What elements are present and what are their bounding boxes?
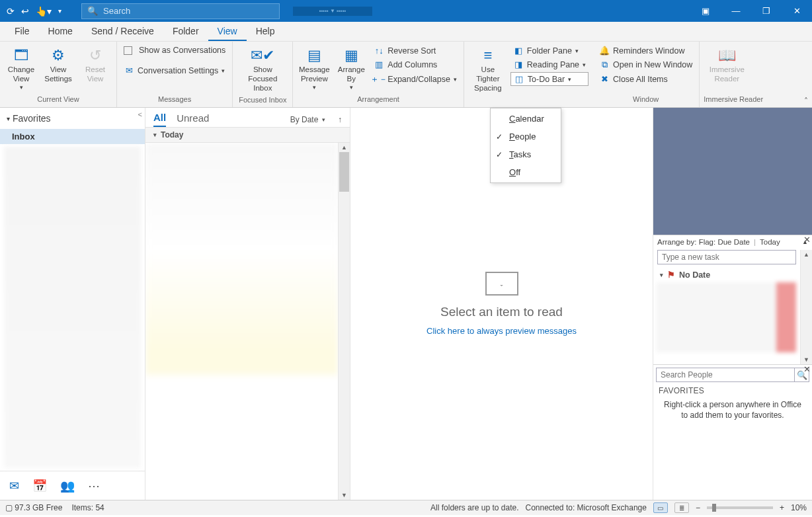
change-view-button[interactable]: 🗔Change View▾ bbox=[4, 44, 38, 94]
scroll-thumb[interactable] bbox=[339, 152, 349, 192]
reset-view-button[interactable]: ↺Reset View bbox=[78, 44, 112, 87]
show-as-conversations-checkbox[interactable]: Show as Conversations bbox=[121, 44, 228, 56]
people-search-input[interactable] bbox=[656, 368, 795, 382]
view-settings-button[interactable]: ⚙View Settings bbox=[41, 44, 75, 87]
more-nav-icon[interactable]: ⋯ bbox=[88, 479, 100, 493]
spacing-icon: ≡ bbox=[483, 47, 492, 64]
close-tasks-icon[interactable]: ✕ bbox=[803, 235, 811, 245]
expand-collapse-button[interactable]: ＋－Expand/Collapse ▾ bbox=[371, 72, 460, 87]
close-people-icon[interactable]: ✕ bbox=[803, 364, 811, 374]
tasks-scrollbar[interactable]: ▲ ▼ bbox=[800, 250, 812, 364]
open-new-window-button[interactable]: ⧉Open in New Window bbox=[596, 58, 695, 71]
status-bar: ▢ 97.3 GB Free Items: 54 All folders are… bbox=[0, 500, 812, 515]
group-immersive-reader: 📖Immersive Reader Immersive Reader bbox=[700, 42, 767, 107]
scroll-up-icon[interactable]: ▲ bbox=[801, 250, 812, 259]
tab-all[interactable]: All bbox=[153, 112, 166, 127]
folder-pane-button[interactable]: ◧Folder Pane ▾ bbox=[510, 44, 589, 57]
people-nav-icon[interactable]: 👥 bbox=[60, 479, 75, 493]
envelope-icon bbox=[485, 272, 518, 296]
calendar-peek[interactable] bbox=[653, 108, 812, 235]
sort-by-date[interactable]: By Date ▾ ↑ bbox=[290, 115, 342, 124]
tab-file[interactable]: File bbox=[5, 22, 39, 41]
reader-icon: 📖 bbox=[718, 47, 736, 64]
tab-home[interactable]: Home bbox=[39, 22, 82, 41]
view-reading-button[interactable]: ≣ bbox=[674, 502, 689, 513]
arrange-by-button[interactable]: ▦Arrange By▾ bbox=[334, 44, 368, 94]
message-preview-button[interactable]: ▤Message Preview▾ bbox=[297, 44, 331, 94]
message-list-scrollbar[interactable]: ▲ ▼ bbox=[338, 143, 350, 500]
bell-icon: 🔔 bbox=[599, 46, 610, 56]
tab-send-receive[interactable]: Send / Receive bbox=[82, 22, 163, 41]
new-task-input[interactable] bbox=[657, 250, 796, 264]
message-list[interactable]: ▲ ▼ bbox=[145, 143, 350, 500]
arrange-icon: ▦ bbox=[345, 47, 358, 64]
collapse-ribbon-icon[interactable]: ˄ bbox=[804, 97, 808, 106]
tasks-today-label: Today bbox=[760, 238, 780, 246]
calendar-nav-icon[interactable]: 📅 bbox=[32, 479, 47, 493]
zoom-in-button[interactable]: + bbox=[780, 503, 784, 512]
sort-direction-icon[interactable]: ↑ bbox=[338, 115, 342, 124]
group-window-label: Window bbox=[596, 95, 695, 107]
zoom-slider-handle[interactable] bbox=[712, 504, 716, 512]
task-group-no-date[interactable]: ▾ ⚑ No Date bbox=[653, 267, 812, 282]
reminders-window-button[interactable]: 🔔Reminders Window bbox=[596, 44, 695, 57]
group-immersive-label: Immersive Reader bbox=[704, 95, 763, 107]
scroll-down-icon[interactable]: ▼ bbox=[339, 491, 350, 500]
tab-folder[interactable]: Folder bbox=[163, 22, 208, 41]
add-columns-button[interactable]: ▥Add Columns bbox=[371, 58, 460, 71]
undo-icon[interactable]: ↩ bbox=[21, 6, 29, 17]
group-current-view-label: Current View bbox=[4, 95, 112, 107]
close-button[interactable]: ✕ bbox=[782, 0, 812, 22]
group-layout: ≡Use Tighter Spacing ◧Folder Pane ▾ ◨Rea… bbox=[464, 42, 592, 107]
zoom-slider[interactable] bbox=[707, 506, 773, 509]
dropdown-item-off[interactable]: Off bbox=[491, 163, 561, 181]
group-window: 🔔Reminders Window ⧉Open in New Window ✖C… bbox=[592, 42, 700, 107]
tab-unread[interactable]: Unread bbox=[177, 112, 209, 126]
folder-inbox[interactable]: Inbox bbox=[0, 129, 145, 144]
message-list-tabs: All Unread By Date ▾ ↑ bbox=[145, 108, 350, 127]
reading-pane-button[interactable]: ◨Reading Pane ▾ bbox=[510, 58, 589, 71]
chevron-down-icon: ▾ bbox=[322, 116, 325, 123]
dropdown-item-calendar[interactable]: Calendar bbox=[491, 110, 561, 128]
conversation-settings-label: Conversation Settings bbox=[138, 66, 218, 75]
dropdown-item-tasks[interactable]: ✓Tasks bbox=[491, 145, 561, 163]
status-item-count: Items: 54 bbox=[71, 503, 104, 512]
ribbon-tabs: File Home Send / Receive Folder View Hel… bbox=[0, 22, 812, 42]
close-all-label: Close All Items bbox=[613, 75, 668, 84]
mail-nav-icon[interactable]: ✉ bbox=[9, 479, 19, 493]
always-preview-link[interactable]: Click here to always preview messages bbox=[426, 326, 577, 336]
search-input[interactable] bbox=[103, 6, 274, 16]
scroll-down-icon[interactable]: ▼ bbox=[801, 355, 812, 364]
minimize-button[interactable]: — bbox=[721, 0, 751, 22]
tab-view[interactable]: View bbox=[208, 22, 247, 41]
group-today[interactable]: ▾Today bbox=[145, 127, 350, 143]
close-all-items-button[interactable]: ✖Close All Items bbox=[596, 73, 695, 85]
new-window-icon: ⧉ bbox=[599, 60, 610, 70]
chevron-down-icon: ▾ bbox=[7, 115, 10, 122]
tasks-arrange-header[interactable]: Arrange by: Flag: Due Date|Today ▲ bbox=[653, 235, 812, 249]
favorites-header[interactable]: ▾Favorites bbox=[0, 108, 145, 129]
view-normal-button[interactable]: ▭ bbox=[653, 502, 668, 513]
show-focused-inbox-button[interactable]: ✉✔Show Focused Inbox bbox=[237, 44, 288, 96]
dropdown-item-people[interactable]: ✓People bbox=[491, 128, 561, 145]
sync-icon[interactable]: ⟳ bbox=[7, 6, 15, 17]
zoom-out-button[interactable]: − bbox=[696, 503, 700, 512]
new-task-field[interactable] bbox=[657, 250, 796, 264]
tab-help[interactable]: Help bbox=[247, 22, 284, 41]
group-messages: Show as Conversations ✉Conversation Sett… bbox=[117, 42, 233, 107]
main-area: < ▾Favorites Inbox ✉ 📅 👥 ⋯ All Unread By… bbox=[0, 108, 812, 500]
scroll-up-icon[interactable]: ▲ bbox=[339, 143, 350, 152]
conversation-settings-button[interactable]: ✉Conversation Settings ▾ bbox=[121, 64, 228, 77]
maximize-button[interactable]: ❐ bbox=[751, 0, 782, 22]
group-arrangement-label: Arrangement bbox=[297, 95, 460, 107]
touch-mode-icon[interactable]: 👆▾ bbox=[36, 6, 52, 17]
preview-icon: ▤ bbox=[307, 47, 321, 64]
reverse-sort-button[interactable]: ↑↓Reverse Sort bbox=[371, 44, 460, 57]
collapse-folder-pane-icon[interactable]: < bbox=[138, 110, 142, 118]
search-box[interactable]: 🔍 bbox=[81, 3, 280, 19]
use-tighter-spacing-button[interactable]: ≡Use Tighter Spacing bbox=[468, 44, 508, 96]
todo-bar-button[interactable]: ◫To-Do Bar ▾ bbox=[510, 72, 589, 86]
zoom-level[interactable]: 10% bbox=[791, 503, 807, 512]
qat-customize-icon[interactable]: ▾ bbox=[58, 7, 61, 15]
ribbon-display-options-icon[interactable]: ▣ bbox=[690, 0, 721, 22]
